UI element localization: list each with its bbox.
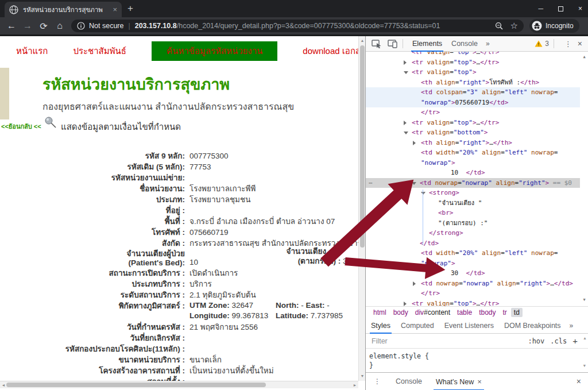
- field-label: ระดับสถานบริการ :: [0, 289, 189, 300]
- devtools-node-line[interactable]: </tr>: [366, 107, 580, 118]
- devtools-close-icon[interactable]: ×: [578, 39, 582, 48]
- page-horizontal-scrollbar[interactable]: ◄ ►: [0, 381, 358, 388]
- hidden-siblings-icon: ⋯: [369, 178, 373, 188]
- devtools-node-line[interactable]: <tr valign="bottom">: [366, 128, 580, 138]
- devtools-node-line[interactable]: <td width="20%" align="left" nowrap=: [366, 148, 580, 158]
- info-icon[interactable]: [77, 22, 85, 30]
- zoom-icon[interactable]: [495, 22, 504, 30]
- devtools-node-line[interactable]: </td>: [366, 238, 580, 249]
- site-nav-item[interactable]: download เอกสาร: [303, 44, 358, 58]
- breadcrumb-item-tr[interactable]: tr: [500, 308, 509, 317]
- devtools-node-line[interactable]: <br>: [366, 208, 580, 218]
- breadcrumb-item-table[interactable]: table: [454, 308, 475, 317]
- devtools-node-line[interactable]: <td width="20%" align="left" nowrap=: [366, 248, 580, 258]
- drawer-tab-console[interactable]: Console: [389, 373, 429, 390]
- site-nav-item[interactable]: ประชาสัมพันธ์: [73, 44, 126, 58]
- inspect-element-icon[interactable]: [372, 39, 382, 48]
- address-bar[interactable]: Not secure | 203.157.10.8/hcode_2014/que…: [71, 20, 524, 32]
- bookmark-star-icon[interactable]: ☆: [510, 21, 518, 31]
- collapse-arrow-icon[interactable]: [421, 192, 425, 195]
- styles-tab-computed[interactable]: Computed: [396, 318, 439, 334]
- devtools-node-line[interactable]: "nowrap">: [366, 258, 580, 269]
- scroll-right-icon[interactable]: ►: [351, 383, 358, 387]
- field-label: สถานะการเปิดบริการ :: [0, 268, 189, 279]
- collapse-arrow-icon[interactable]: [404, 71, 408, 74]
- styles-tab-styles[interactable]: Styles: [366, 318, 396, 334]
- expand-arrow-icon[interactable]: [404, 121, 407, 125]
- device-toolbar-icon[interactable]: [388, 39, 398, 48]
- tree-scroll-up-icon[interactable]: ▲: [581, 55, 588, 59]
- drawer-menu-icon[interactable]: ⋮: [374, 377, 381, 385]
- devtools-node-line[interactable]: <tr valign="top">…</tr>: [366, 299, 580, 307]
- window-close-button[interactable]: ×: [578, 5, 582, 13]
- devtools-node-line[interactable]: <strong>: [366, 188, 580, 198]
- tab-close-icon[interactable]: ×: [113, 5, 117, 14]
- styles-tab-event-listeners[interactable]: Event Listeners: [439, 318, 499, 334]
- site-nav-item[interactable]: หน้าแรก: [16, 44, 48, 58]
- devtools-menu-icon[interactable]: ⋮: [564, 40, 572, 48]
- collapse-arrow-icon[interactable]: [412, 182, 416, 185]
- devtools-node-line[interactable]: "nowrap">075660719</td>: [366, 98, 580, 108]
- breadcrumb-item-body[interactable]: body: [390, 308, 411, 317]
- drawer-tab-what's-new[interactable]: What's New×: [429, 373, 489, 390]
- page-vertical-scrollbar[interactable]: ▲ ▼: [358, 36, 365, 381]
- back-button[interactable]: ←: [3, 21, 20, 31]
- pushpin-icon: [44, 115, 57, 129]
- expand-arrow-icon[interactable]: [404, 302, 407, 306]
- devtools-node-line[interactable]: 30 </td>: [366, 268, 580, 279]
- devtools-node-line[interactable]: "จำนวนเตียง ": [366, 198, 580, 208]
- minimize-button[interactable]: ─: [538, 5, 543, 13]
- devtools-node-line[interactable]: <tr valign="top">…</tr>: [366, 57, 580, 68]
- devtools-node-line[interactable]: <th align="right">…</th>: [366, 138, 580, 148]
- reload-button[interactable]: ⟳: [36, 21, 52, 32]
- devtools-node-line[interactable]: <td colspan="3" align="left" nowrap=: [366, 87, 580, 98]
- horizontal-scroll-thumb[interactable]: [6, 383, 266, 387]
- devtools-tab-elements[interactable]: Elements: [408, 36, 447, 52]
- devtools-node-line[interactable]: <tr valign="top">…</tr>: [366, 52, 580, 57]
- site-nav-item[interactable]: ค้นหาข้อมูลรหัสหน่วยงาน: [152, 41, 277, 61]
- element-style-rule-open[interactable]: element.style {: [369, 352, 588, 361]
- devtools-node-line[interactable]: "nowrap">: [366, 158, 580, 168]
- hov-toggle[interactable]: :hov: [528, 337, 544, 345]
- devtools-node-line[interactable]: </strong>: [366, 228, 580, 238]
- breadcrumb-item-html[interactable]: html: [370, 308, 389, 317]
- breadcrumb-item-td[interactable]: td: [511, 308, 523, 317]
- styles-tab-dom-breakpoints[interactable]: DOM Breakpoints: [499, 318, 566, 334]
- new-style-rule-icon[interactable]: +: [572, 336, 578, 346]
- maximize-button[interactable]: [558, 6, 563, 11]
- breadcrumb-item-div[interactable]: div#content: [412, 308, 453, 317]
- back-link[interactable]: <<ย้อนกลับ <<: [1, 121, 41, 132]
- devtools-node-line[interactable]: <th align="right">โทรศัพท์ :</th>: [366, 78, 580, 88]
- expand-arrow-icon[interactable]: [404, 60, 407, 65]
- drawer-close-icon[interactable]: ×: [577, 377, 588, 386]
- expand-arrow-icon[interactable]: [413, 141, 416, 145]
- devtools-node-line[interactable]: "(ตามกรอบ) :": [366, 218, 580, 229]
- tree-scroll-down-icon[interactable]: ▼: [581, 298, 588, 302]
- collapse-arrow-icon[interactable]: [404, 132, 408, 134]
- styles-more-tabs-icon[interactable]: »: [566, 322, 577, 330]
- expand-arrow-icon[interactable]: [413, 281, 416, 286]
- warning-badge[interactable]: 3: [535, 40, 549, 48]
- vertical-scroll-thumb[interactable]: [360, 45, 365, 248]
- globe-favicon: [9, 5, 18, 14]
- breadcrumb-item-tbody[interactable]: tbody: [476, 308, 498, 317]
- new-tab-button[interactable]: +: [127, 3, 133, 14]
- drawer-tab-close-icon[interactable]: ×: [477, 377, 482, 386]
- devtools-node-line[interactable]: <tr valign="top">…</tr>: [366, 118, 580, 128]
- toolbar-divider: [403, 39, 403, 48]
- node-text: <tr valign="top">…</tr>: [366, 118, 499, 128]
- cls-toggle[interactable]: .cls: [550, 337, 567, 345]
- home-button[interactable]: ⌂: [52, 21, 68, 31]
- styles-filter-input[interactable]: [366, 337, 492, 345]
- devtools-node-line[interactable]: 10 </td>: [366, 168, 580, 178]
- styles-scroll-down-icon[interactable]: ▼: [583, 361, 586, 370]
- devtools-node-line[interactable]: <td nowrap="nowrap" align="right">…</td>: [366, 279, 580, 289]
- devtools-node-line[interactable]: ⋯<td nowrap="nowrap" align="right"> == $…: [366, 178, 580, 188]
- forward-button[interactable]: →: [20, 21, 36, 31]
- styles-scroll-up-icon[interactable]: ▲: [583, 336, 587, 340]
- more-tabs-icon[interactable]: »: [482, 40, 493, 48]
- devtools-node-line[interactable]: </tr>: [366, 288, 580, 299]
- devtools-node-line[interactable]: <tr valign="top">: [366, 67, 580, 78]
- devtools-tab-console[interactable]: Console: [447, 36, 482, 52]
- browser-tab[interactable]: รหัสหน่วยงานบริการสุขภาพ ×: [5, 2, 122, 17]
